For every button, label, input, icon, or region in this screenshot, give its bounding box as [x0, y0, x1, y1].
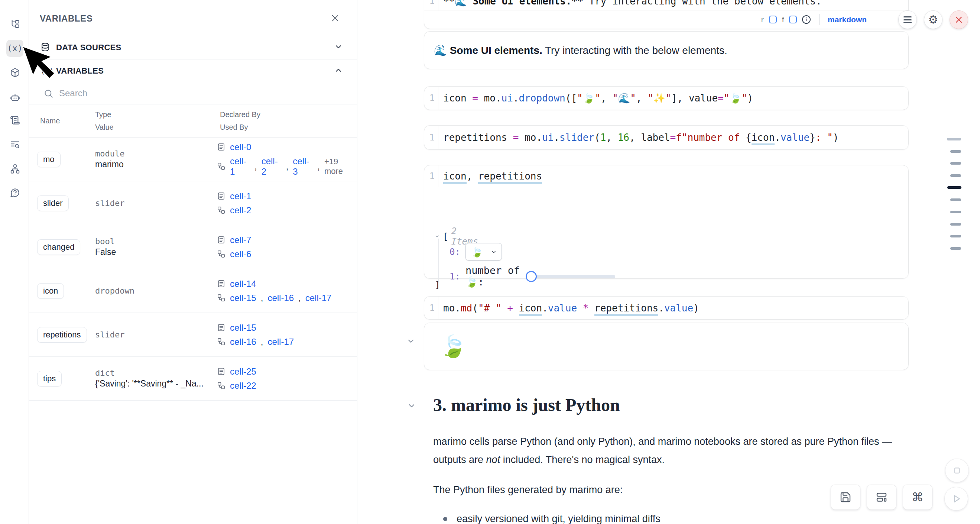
cell-link[interactable]: cell-1	[230, 156, 250, 177]
table-row: sliderslidercell-1cell-2	[29, 182, 357, 225]
settings-button[interactable]: ⚙	[924, 10, 942, 29]
chevron-down-icon[interactable]	[334, 42, 343, 53]
cell-link[interactable]: cell-3	[293, 156, 313, 177]
cell-link[interactable]: cell-0	[230, 142, 251, 152]
stop-kernel-button[interactable]	[945, 459, 969, 483]
minimap-cell-marker[interactable]	[950, 150, 961, 153]
close-icon[interactable]	[329, 13, 340, 24]
code-line[interactable]: repetitions = mo.ui.slider(1, 16, label=…	[438, 132, 839, 143]
minimap-cell-marker[interactable]	[950, 235, 961, 237]
variable-type: dict	[95, 368, 204, 377]
notebook-area: 1 **🌊 Some UI elements.** Try interactin…	[358, 0, 980, 524]
column-header-used-by: Used By	[220, 123, 248, 132]
packages-icon[interactable]	[6, 64, 24, 81]
code-cell: 1 repetitions = mo.ui.slider(1, 16, labe…	[424, 125, 909, 150]
code-editor[interactable]: 1 **🌊 Some UI elements.** Try interactin…	[424, 0, 908, 11]
linked-variable[interactable]: icon	[519, 303, 542, 316]
keyboard-shortcuts-button[interactable]: ⌘	[903, 484, 932, 510]
snippets-icon[interactable]	[6, 111, 24, 129]
more-cells-label[interactable]: +19 more	[324, 157, 357, 176]
code-editor[interactable]: 1 icon = mo.ui.dropdown(["🍃", "🌊", "✨"],…	[424, 87, 908, 110]
graph-link-icon	[217, 381, 226, 390]
linked-variable[interactable]: repetitions	[478, 170, 542, 184]
section-collapse-chevron[interactable]	[407, 401, 416, 412]
play-icon	[951, 493, 962, 504]
linked-variable[interactable]: repetitions	[594, 303, 658, 316]
cell-link[interactable]: cell-1	[230, 191, 251, 201]
line-number: 1	[424, 166, 438, 187]
format-checkbox[interactable]	[789, 16, 797, 24]
code-line[interactable]: **🌊 Some UI elements.** Try interacting …	[438, 0, 822, 7]
documentation-icon[interactable]	[6, 136, 24, 153]
section-variables[interactable]: (x) VARIABLES	[29, 59, 357, 83]
divider	[819, 14, 819, 25]
linked-variable[interactable]: icon	[751, 132, 775, 145]
variables-table-body: momodulemarimocell-0cell-1, cell-2, cell…	[29, 137, 357, 401]
shutdown-button[interactable]	[950, 10, 968, 29]
paragraph: marimo cells parse Python (and only Pyth…	[433, 433, 916, 469]
notebook-menu-button[interactable]	[898, 10, 917, 29]
cell-collapse-chevron[interactable]	[406, 337, 415, 347]
cell-link[interactable]: cell-17	[267, 337, 294, 347]
variable-name-badge: repetitions	[37, 327, 87, 342]
code-line[interactable]: icon, repetitions	[438, 170, 542, 182]
minimap-cell-marker[interactable]	[950, 247, 961, 250]
slider-control[interactable]	[528, 271, 594, 282]
cell-link[interactable]: cell-7	[230, 235, 251, 245]
slider-track[interactable]	[530, 275, 615, 278]
panel-header: VARIABLES	[29, 0, 357, 36]
run-cells-button[interactable]	[944, 487, 968, 511]
minimap-cell-marker[interactable]	[950, 199, 961, 201]
ai-assistant-icon[interactable]	[6, 88, 24, 105]
cell-link[interactable]: cell-2	[261, 156, 282, 177]
variables-table-header: Name Type Value Declared By Used By	[29, 104, 357, 137]
slider-label: number of 🍃:	[466, 264, 525, 288]
format-flag-label: f	[782, 15, 784, 24]
slider-thumb[interactable]	[526, 271, 537, 282]
code-editor[interactable]: 1 mo.md("# " + icon.value * repetitions.…	[424, 296, 908, 319]
layout-select-button[interactable]	[867, 484, 896, 510]
dependency-graph-icon[interactable]	[6, 160, 24, 177]
variable-value: {'Saving': '**Saving** - _Na...	[95, 379, 204, 389]
minimap-cell-marker[interactable]	[950, 211, 961, 213]
cell-link[interactable]: cell-22	[230, 381, 256, 391]
reactive-checkbox[interactable]	[769, 16, 777, 24]
info-icon[interactable]: i	[802, 15, 811, 24]
command-icon: ⌘	[912, 491, 924, 503]
cell-link[interactable]: cell-15	[230, 323, 256, 333]
cell-link[interactable]: cell-17	[305, 293, 332, 303]
document-icon	[217, 192, 226, 200]
save-button[interactable]	[830, 484, 861, 510]
cell-link[interactable]: cell-6	[230, 249, 251, 260]
minimap-cell-marker[interactable]	[950, 162, 961, 165]
section-data-sources[interactable]: DATA SOURCES	[29, 36, 357, 59]
cell-link[interactable]: cell-16	[230, 337, 256, 347]
variable-name-badge: changed	[37, 239, 80, 255]
minimap-cell-marker[interactable]	[950, 174, 961, 177]
cell-link[interactable]: cell-14	[230, 279, 256, 289]
graph-link-icon	[217, 294, 226, 302]
line-number: 1	[424, 296, 438, 319]
wave-emoji: 🌊	[434, 45, 450, 56]
code-line[interactable]: icon = mo.ui.dropdown(["🍃", "🌊", "✨"], v…	[438, 92, 753, 104]
cell-link[interactable]: cell-16	[267, 293, 294, 303]
minimap-cell-marker[interactable]	[947, 186, 961, 189]
cell-link[interactable]: cell-15	[230, 293, 256, 303]
help-icon[interactable]	[6, 184, 24, 201]
variables-panel: VARIABLES DATA SOURCES (x) VARIABLES	[29, 0, 357, 524]
minimap-cell-marker[interactable]	[947, 138, 961, 140]
code-line[interactable]: mo.md("# " + icon.value * repetitions.va…	[438, 303, 699, 314]
linked-variable[interactable]: icon	[443, 170, 466, 184]
minimap-cell-marker[interactable]	[950, 223, 961, 226]
search-input[interactable]	[59, 86, 334, 101]
table-row: changedboolFalsecell-7cell-6	[29, 225, 357, 269]
cell-link[interactable]: cell-2	[230, 205, 251, 215]
code-editor[interactable]: 1 icon, repetitions	[424, 166, 908, 187]
variables-icon[interactable]: (x)	[6, 40, 24, 57]
language-badge[interactable]: markdown	[828, 15, 867, 24]
code-editor[interactable]: 1 repetitions = mo.ui.slider(1, 16, labe…	[424, 126, 908, 150]
file-tree-icon[interactable]	[6, 15, 24, 32]
cell-link[interactable]: cell-25	[230, 366, 256, 377]
chevron-up-icon[interactable]	[334, 66, 343, 76]
dropdown-control[interactable]: 🍃	[466, 243, 502, 261]
